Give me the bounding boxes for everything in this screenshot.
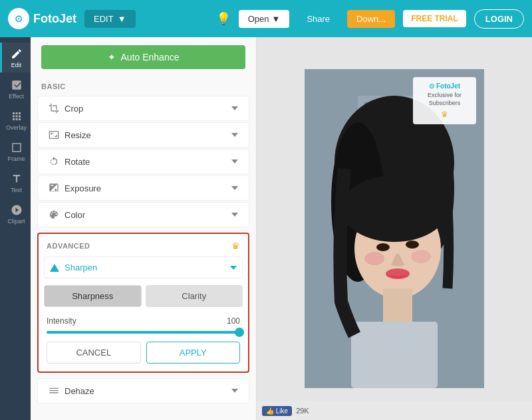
cancel-button[interactable]: CANCEL	[47, 342, 141, 364]
clarity-tab-label: Clarity	[182, 291, 206, 301]
sharpen-triangle-icon	[50, 264, 59, 272]
open-button[interactable]: Open ▼	[239, 10, 290, 28]
sparkle-icon: ✦	[108, 52, 116, 62]
like-count: 29K	[296, 407, 309, 415]
sidebar-clipart-label: Clipart	[7, 218, 25, 225]
exposure-label: Exposure	[65, 183, 101, 193]
logo-text: FotoJet	[33, 12, 76, 26]
svg-point-9	[406, 241, 419, 249]
canvas-area: ⊙ FotoJet Exclusive for Subscribers ♛ 👍 …	[257, 37, 532, 420]
download-button[interactable]: Down...	[347, 10, 395, 28]
intensity-row: Intensity 100	[44, 314, 243, 331]
advanced-header: ADVANCED ♛	[44, 239, 243, 257]
resize-tool-row[interactable]: Resize	[37, 122, 249, 148]
sidebar-item-overlay[interactable]: Overlay	[0, 105, 31, 135]
dehaze-label: Dehaze	[65, 386, 94, 396]
open-label: Open	[248, 14, 269, 24]
sidebar-item-text[interactable]: Text	[0, 167, 31, 197]
intensity-label: Intensity	[47, 316, 76, 326]
sharpness-tab[interactable]: Sharpness	[44, 285, 142, 307]
advanced-section: ADVANCED ♛ Sharpen Sharpness Clarity	[37, 233, 249, 373]
sharpen-chevron-icon	[230, 266, 237, 270]
color-icon	[49, 209, 59, 220]
sidebar-item-edit[interactable]: Edit	[0, 43, 31, 72]
resize-chevron-icon	[231, 133, 238, 137]
main-content: Edit Effect Overlay Frame Text Clipart ✦…	[0, 37, 532, 420]
thumbs-up-icon: 👍	[266, 407, 274, 415]
svg-point-7	[341, 175, 448, 242]
header: ⊙ FotoJet EDIT ▼ 💡 Open ▼ Share Down... …	[0, 0, 532, 37]
dehaze-chevron-icon	[231, 389, 238, 393]
svg-point-8	[376, 243, 390, 251]
apply-button[interactable]: APPLY	[146, 342, 241, 364]
basic-section-title: BASIC	[31, 77, 256, 94]
login-label: LOGIN	[485, 14, 513, 24]
free-trial-label: FREE TRIAL	[411, 14, 458, 23]
share-label: Share	[307, 14, 330, 24]
svg-point-12	[411, 250, 431, 263]
rotate-icon	[49, 156, 59, 167]
resize-icon	[49, 130, 59, 140]
sharpen-row[interactable]: Sharpen	[44, 257, 243, 278]
hint-icon[interactable]: 💡	[216, 11, 231, 26]
sharpness-tab-label: Sharpness	[72, 291, 113, 301]
share-button[interactable]: Share	[297, 10, 339, 28]
clarity-tab[interactable]: Clarity	[146, 285, 243, 307]
fotojet-logo-icon: ⊙	[8, 8, 29, 29]
dehaze-icon	[49, 385, 59, 396]
color-label: Color	[65, 210, 85, 220]
bottom-bar: 👍 Like 29K	[257, 401, 532, 420]
auto-enhance-button[interactable]: ✦ Auto Enhance	[41, 45, 245, 69]
sidebar-item-effect[interactable]: Effect	[0, 74, 31, 104]
edit-dropdown[interactable]: EDIT ▼	[84, 10, 136, 28]
watermark-exclusive-text: Exclusive for Subscribers	[420, 92, 469, 107]
download-label: Down...	[356, 14, 386, 24]
facebook-like-button[interactable]: 👍 Like	[262, 406, 292, 416]
open-chevron-icon: ▼	[272, 14, 281, 24]
color-tool-row[interactable]: Color	[37, 202, 249, 227]
rotate-chevron-icon	[231, 159, 238, 163]
edit-chevron-icon: ▼	[118, 14, 126, 24]
sidebar-text-label: Text	[11, 187, 22, 193]
intensity-value: 100	[227, 316, 240, 326]
crop-icon	[49, 103, 59, 114]
dehaze-tool-row[interactable]: Dehaze	[37, 378, 249, 403]
intensity-slider-container	[44, 331, 243, 339]
tools-panel: ✦ Auto Enhance BASIC Crop Resize Rotate	[31, 37, 257, 420]
cancel-label: CANCEL	[76, 348, 111, 358]
advanced-title: ADVANCED	[47, 242, 90, 250]
sidebar-item-frame[interactable]: Frame	[0, 136, 31, 166]
crop-label: Crop	[65, 104, 83, 114]
slider-track	[47, 331, 240, 334]
auto-enhance-label: Auto Enhance	[121, 52, 180, 62]
svg-rect-14	[351, 322, 438, 388]
login-button[interactable]: LOGIN	[474, 9, 524, 29]
slider-thumb[interactable]	[235, 328, 244, 337]
sidebar-icons: Edit Effect Overlay Frame Text Clipart	[0, 37, 31, 420]
sidebar-overlay-label: Overlay	[6, 124, 27, 131]
logo-area: ⊙ FotoJet	[8, 8, 76, 29]
crop-tool-row[interactable]: Crop	[37, 96, 249, 121]
exposure-icon	[49, 183, 59, 193]
sidebar-effect-label: Effect	[9, 93, 24, 100]
rotate-label: Rotate	[65, 157, 90, 167]
crop-chevron-icon	[231, 106, 238, 110]
sidebar-item-clipart[interactable]: Clipart	[0, 199, 31, 229]
sidebar-edit-label: Edit	[11, 62, 22, 68]
slider-fill	[47, 331, 240, 334]
advanced-crown-icon: ♛	[231, 241, 240, 251]
apply-label: APPLY	[180, 348, 207, 358]
sharpen-label: Sharpen	[65, 262, 97, 272]
sharpness-clarity-tabs: Sharpness Clarity	[44, 285, 243, 307]
free-trial-button[interactable]: FREE TRIAL	[403, 10, 466, 27]
rotate-tool-row[interactable]: Rotate	[37, 149, 249, 174]
watermark-logo-text: FotoJet	[436, 82, 460, 90]
resize-label: Resize	[65, 130, 91, 140]
svg-point-11	[364, 252, 384, 265]
watermark-overlay: ⊙ FotoJet Exclusive for Subscribers ♛	[413, 77, 476, 124]
exposure-chevron-icon	[231, 186, 238, 190]
color-chevron-icon	[231, 213, 238, 217]
watermark-logo: ⊙ FotoJet	[420, 82, 469, 90]
exposure-tool-row[interactable]: Exposure	[37, 175, 249, 201]
edit-label: EDIT	[94, 14, 114, 24]
